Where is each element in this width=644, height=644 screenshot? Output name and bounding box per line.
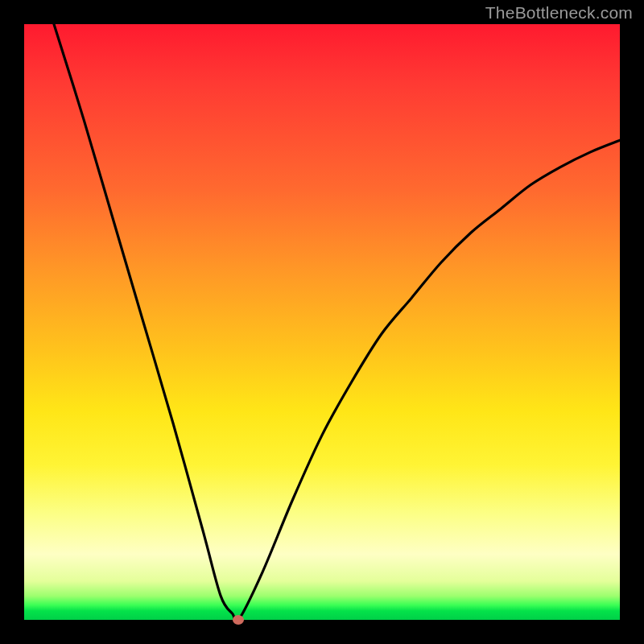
watermark-text: TheBottleneck.com bbox=[485, 3, 633, 23]
minimum-marker-dot bbox=[233, 615, 244, 625]
plot-area bbox=[24, 24, 620, 620]
bottleneck-curve bbox=[24, 24, 620, 620]
chart-frame: TheBottleneck.com bbox=[0, 0, 644, 644]
